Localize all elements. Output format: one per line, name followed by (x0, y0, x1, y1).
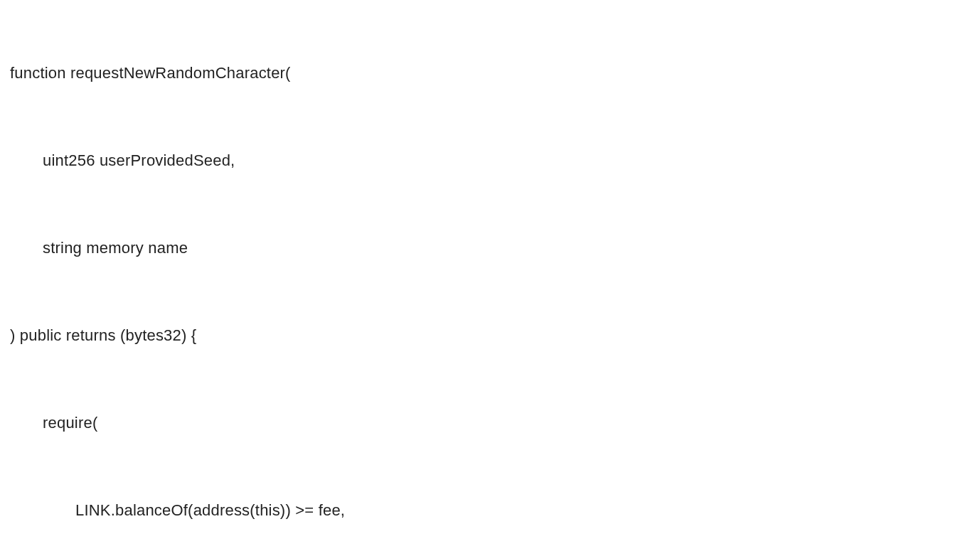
code-line: LINK.balanceOf(address(this)) >= fee, (10, 498, 970, 522)
code-block: function requestNewRandomCharacter( uint… (10, 14, 970, 556)
code-line: require( (10, 411, 970, 434)
code-line: function requestNewRandomCharacter( (10, 61, 970, 85)
code-line: uint256 userProvidedSeed, (10, 149, 970, 172)
code-line: ) public returns (bytes32) { (10, 324, 970, 347)
code-line: string memory name (10, 236, 970, 260)
